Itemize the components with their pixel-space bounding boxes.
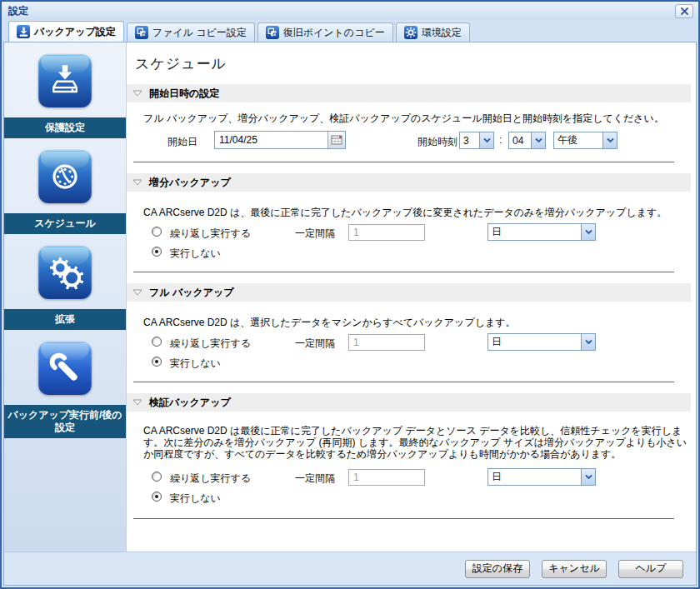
time-separator: :	[499, 134, 502, 146]
pre-post-backup-icon	[38, 342, 92, 395]
tab-label: バックアップ設定	[34, 25, 116, 39]
start-date-field[interactable]	[214, 131, 346, 149]
titlebar: 設定	[2, 2, 698, 20]
tab-label: ファイル コピー設定	[152, 26, 247, 40]
sidebar-item-schedule[interactable]: スケジュール	[4, 150, 126, 234]
sidebar: 保護設定	[4, 42, 127, 552]
chevron-down-icon[interactable]	[581, 334, 595, 350]
tab-environment-settings[interactable]: 環境設定	[396, 22, 470, 42]
interval-label: 一定間隔	[295, 337, 335, 351]
tab-file-copy-settings[interactable]: ファイル コピー設定	[127, 22, 255, 42]
interval-unit-select[interactable]: 日	[488, 333, 596, 351]
interval-unit-select[interactable]: 日	[488, 468, 596, 486]
sidebar-item-protection-settings[interactable]: 保護設定	[4, 54, 126, 138]
file-copy-settings-icon	[135, 26, 148, 39]
interval-input[interactable]	[348, 334, 425, 351]
repeat-radio-label[interactable]: 繰り返し実行する	[170, 227, 251, 241]
section-description: CA ARCserve D2D は、最後に正常に完了したバックアップ後に変更され…	[143, 207, 678, 218]
no-run-option-row: 実行しない	[127, 353, 696, 373]
section-divider	[133, 518, 674, 519]
no-run-option-row: 実行しない	[127, 488, 696, 508]
repeat-option-row: 繰り返し実行する 一定間隔 日	[127, 468, 696, 488]
repeat-radio[interactable]	[152, 227, 162, 237]
sidebar-item-label: スケジュール	[4, 213, 126, 234]
repeat-option-row: 繰り返し実行する 一定間隔 日	[127, 223, 696, 243]
do-not-run-radio-label[interactable]: 実行しない	[170, 492, 221, 506]
interval-unit-value: 日	[488, 334, 581, 350]
verify-backup-section-header[interactable]: 検証バックアップ	[127, 393, 691, 412]
repeat-radio[interactable]	[152, 337, 162, 347]
content-frame: 保護設定	[3, 42, 697, 586]
section-divider	[133, 272, 674, 272]
sidebar-item-label: 拡張	[4, 309, 126, 330]
minute-select[interactable]: 04	[508, 132, 546, 149]
sidebar-item-advanced[interactable]: 拡張	[4, 246, 126, 330]
recovery-point-copy-icon	[266, 26, 279, 39]
start-date-label: 開始日	[168, 135, 198, 149]
collapse-triangle-icon[interactable]	[132, 399, 142, 406]
interval-label: 一定間隔	[295, 227, 335, 241]
start-datetime-section-header[interactable]: 開始日時の設定	[127, 84, 691, 102]
section-description: フル バックアップ、増分バックアップ、検証バックアップのスケジュール開始日と開始…	[143, 112, 678, 124]
page-title: スケジュール	[135, 54, 696, 73]
sidebar-item-label: バックアップ実行前/後の設定	[4, 405, 126, 438]
chevron-down-icon[interactable]	[479, 132, 493, 148]
do-not-run-radio-label[interactable]: 実行しない	[170, 357, 221, 371]
full-backup-section-header[interactable]: フル バックアップ	[127, 283, 691, 302]
cancel-button[interactable]: キャンセル	[542, 560, 607, 578]
tab-label: 復旧ポイントのコピー	[283, 26, 385, 40]
tab-recovery-point-copy[interactable]: 復旧ポイントのコピー	[258, 22, 393, 42]
start-time-label: 開始時刻	[418, 135, 458, 149]
repeat-radio[interactable]	[152, 472, 162, 482]
interval-input[interactable]	[348, 469, 425, 486]
do-not-run-radio[interactable]	[152, 247, 162, 257]
interval-input[interactable]	[348, 224, 425, 241]
repeat-option-row: 繰り返し実行する 一定間隔 日	[127, 333, 696, 353]
advanced-icon	[38, 246, 92, 299]
interval-unit-select[interactable]: 日	[488, 223, 596, 241]
footer-button-bar: 設定の保存 キャンセル ヘルプ	[4, 552, 696, 585]
window-title: 設定	[8, 4, 28, 18]
section-description: CA ARCserve D2D は最後に正常に完了したバックアップ データとソー…	[143, 425, 689, 460]
help-button[interactable]: ヘルプ	[618, 560, 683, 578]
chevron-down-icon[interactable]	[581, 469, 595, 485]
chevron-down-icon[interactable]	[581, 224, 595, 240]
sidebar-item-label: 保護設定	[4, 117, 126, 138]
do-not-run-radio[interactable]	[152, 357, 162, 367]
environment-settings-icon	[404, 26, 418, 39]
section-divider	[133, 382, 674, 382]
calendar-icon	[331, 134, 342, 146]
start-date-input[interactable]	[215, 132, 328, 148]
repeat-radio-label[interactable]: 繰り返し実行する	[170, 337, 251, 351]
chevron-down-icon[interactable]	[602, 132, 617, 148]
interval-label: 一定間隔	[295, 472, 335, 486]
do-not-run-radio[interactable]	[152, 492, 162, 502]
chevron-down-icon[interactable]	[531, 132, 545, 148]
collapse-triangle-icon[interactable]	[132, 289, 142, 296]
collapse-triangle-icon[interactable]	[132, 179, 142, 186]
ampm-value: 午後	[554, 132, 602, 148]
hour-value: 3	[460, 132, 479, 148]
section-divider	[133, 162, 674, 162]
main-content: スケジュール 開始日時の設定 フル バックアップ、増分バックアップ、検証バックア…	[127, 42, 696, 552]
save-settings-button[interactable]: 設定の保存	[465, 560, 530, 578]
start-datetime-row: 開始日	[127, 131, 696, 152]
tab-backup-settings[interactable]: バックアップ設定	[8, 21, 124, 42]
repeat-radio-label[interactable]: 繰り返し実行する	[170, 472, 251, 486]
section-title: フル バックアップ	[149, 286, 234, 300]
ampm-select[interactable]: 午後	[553, 132, 618, 149]
section-title: 開始日時の設定	[149, 87, 219, 101]
incremental-section-header[interactable]: 増分バックアップ	[127, 173, 691, 192]
backup-settings-icon	[17, 25, 30, 38]
settings-dialog: 設定 バックアップ設定	[0, 0, 700, 589]
interval-unit-value: 日	[488, 469, 581, 485]
schedule-icon	[38, 150, 92, 203]
hour-select[interactable]: 3	[459, 132, 494, 149]
calendar-button[interactable]	[328, 132, 345, 148]
do-not-run-radio-label[interactable]: 実行しない	[170, 247, 221, 261]
section-title: 検証バックアップ	[149, 396, 231, 410]
sidebar-item-pre-post-backup[interactable]: バックアップ実行前/後の設定	[4, 342, 126, 438]
close-icon	[680, 7, 689, 16]
collapse-triangle-icon[interactable]	[132, 90, 142, 97]
close-button[interactable]	[675, 4, 693, 18]
